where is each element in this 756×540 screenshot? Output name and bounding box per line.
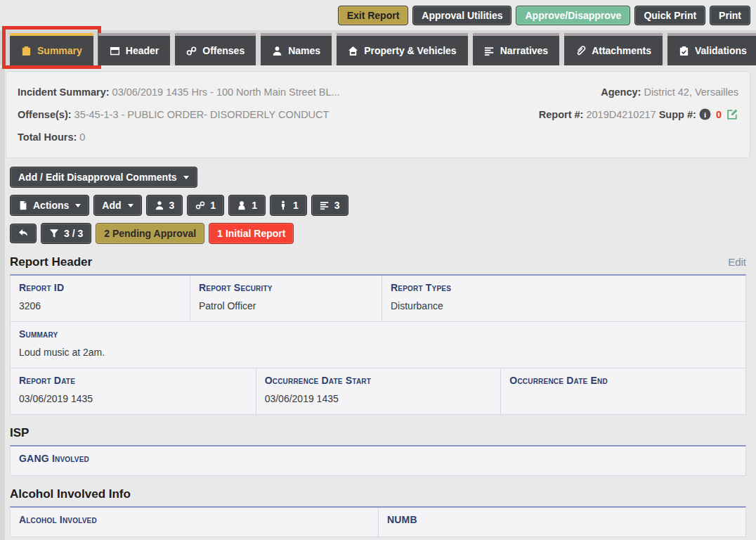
names-count-button[interactable]: 3 xyxy=(146,195,183,216)
field-occurrence-date-end: Occurrence Date End xyxy=(500,368,745,414)
person-bust-icon xyxy=(237,200,247,210)
tab-attachments[interactable]: Attachments xyxy=(564,33,663,65)
tab-label: Summary xyxy=(37,45,82,56)
toolbar: Add / Edit Disapproval Comments Actions … xyxy=(0,167,756,244)
tab-label: Names xyxy=(288,45,320,56)
count-value: 1 xyxy=(293,200,299,211)
incident-summary-label: Incident Summary: xyxy=(18,86,110,98)
count-value: 1 xyxy=(252,200,257,211)
isp-table: GANG Involved xyxy=(10,445,746,476)
field-gang-involved: GANG Involved xyxy=(11,446,745,475)
alcohol-table: Alcohol Involved NUMB xyxy=(10,506,746,537)
exit-report-button[interactable]: Exit Report xyxy=(338,6,409,25)
tab-offenses[interactable]: Offenses xyxy=(175,33,256,65)
disapproval-comments-dropdown[interactable]: Add / Edit Disapproval Comments xyxy=(10,167,197,188)
count-value: 3 xyxy=(169,200,175,211)
tab-label: Header xyxy=(126,45,159,56)
add-dropdown[interactable]: Add xyxy=(93,195,141,216)
tab-names[interactable]: Names xyxy=(261,33,332,65)
section-title-report-header: Report Header xyxy=(10,255,92,269)
filter-button[interactable]: 3 / 3 xyxy=(41,223,91,244)
field-occurrence-date-start: Occurrence Date Start 03/06/2019 1435 xyxy=(256,368,501,414)
field-label: Report Security xyxy=(199,282,373,293)
agency-row: Agency: District 42, Versailles xyxy=(539,81,738,103)
narrative-lines-icon xyxy=(320,200,330,210)
tab-label: Attachments xyxy=(592,45,651,56)
user-icon xyxy=(155,200,164,210)
add-label: Add xyxy=(102,200,121,211)
count-value: 3 xyxy=(334,200,340,211)
incident-summary-panel: Incident Summary: 03/06/2019 1435 Hrs - … xyxy=(6,71,750,158)
person-bust-count-button[interactable]: 1 xyxy=(228,195,266,216)
report-number-row: Report #: 2019D4210217 Supp #: i 0 xyxy=(539,103,738,126)
edit-supp-icon[interactable] xyxy=(726,108,738,120)
supp-number-value: 0 xyxy=(714,109,724,120)
report-number-value: 2019D4210217 xyxy=(586,109,656,120)
edit-link[interactable]: Edit xyxy=(728,256,746,268)
reply-button[interactable] xyxy=(10,224,37,243)
initial-report-badge[interactable]: 1 Initial Report xyxy=(209,223,294,244)
field-label: Summary xyxy=(19,328,737,340)
section-title-isp: ISP xyxy=(10,426,29,440)
file-icon xyxy=(18,200,28,210)
field-value: Disturbance xyxy=(391,300,737,312)
report-content: Report Header Edit Report ID 3206 Report… xyxy=(0,255,756,540)
pending-approval-label: 2 Pending Approval xyxy=(104,228,196,239)
offenses-count-button[interactable]: 1 xyxy=(187,195,224,216)
house-icon xyxy=(348,46,358,56)
count-value: 1 xyxy=(210,200,216,211)
pending-approval-badge[interactable]: 2 Pending Approval xyxy=(96,223,204,244)
svg-text:i: i xyxy=(704,110,706,119)
print-button[interactable]: Print xyxy=(710,6,750,25)
tab-label: Property & Vehicles xyxy=(364,45,457,56)
total-hours-row: Total Hours: 0 xyxy=(18,126,340,148)
narrative-lines-icon xyxy=(484,46,495,56)
tab-header[interactable]: Header xyxy=(98,33,170,65)
tab-property-vehicles[interactable]: Property & Vehicles xyxy=(337,33,468,65)
person-standing-count-button[interactable]: 1 xyxy=(270,195,307,216)
action-bar: Exit Report Approval Utilities Approve/D… xyxy=(0,0,756,30)
handcuffs-icon xyxy=(186,46,197,56)
tab-validations[interactable]: Validations xyxy=(667,33,756,65)
reply-icon xyxy=(18,229,28,238)
field-value xyxy=(509,393,737,405)
offenses-label: Offense(s): xyxy=(18,109,72,120)
approval-utilities-button[interactable]: Approval Utilities xyxy=(412,6,511,25)
disapproval-comments-label: Add / Edit Disapproval Comments xyxy=(18,172,177,183)
tab-narratives[interactable]: Narratives xyxy=(473,33,560,65)
tab-bar: Summary Header Offenses Names Property &… xyxy=(0,30,756,65)
handcuffs-icon xyxy=(195,200,205,210)
info-icon[interactable]: i xyxy=(699,108,711,120)
tab-label: Narratives xyxy=(500,45,549,56)
field-report-security: Report Security Patrol Officer xyxy=(190,276,382,321)
field-label: GANG Involved xyxy=(19,453,737,464)
narratives-count-button[interactable]: 3 xyxy=(311,195,348,216)
agency-value: District 42, Versailles xyxy=(644,86,738,98)
filter-icon xyxy=(49,229,59,238)
person-icon xyxy=(272,46,282,56)
report-header-table: Report ID 3206 Report Security Patrol Of… xyxy=(10,274,746,415)
quick-print-button[interactable]: Quick Print xyxy=(634,6,705,25)
clipboard-check-icon xyxy=(679,46,689,56)
initial-report-label: 1 Initial Report xyxy=(217,228,285,239)
field-alcohol-involved: Alcohol Involved xyxy=(11,508,378,536)
field-label: Report Types xyxy=(391,282,737,293)
incident-summary-row: Incident Summary: 03/06/2019 1435 Hrs - … xyxy=(18,81,340,103)
tab-label: Offenses xyxy=(202,45,245,56)
section-title-alcohol: Alcohol Involved Info xyxy=(10,487,131,501)
field-value: Loud music at 2am. xyxy=(19,347,737,359)
field-label: Occurrence Date End xyxy=(509,375,737,386)
field-report-id: Report ID 3206 xyxy=(11,276,190,321)
chevron-down-icon xyxy=(128,204,133,207)
total-hours-value: 0 xyxy=(79,131,85,143)
offenses-value: 35-45-1-3 - PUBLIC ORDER- DISORDERLY CON… xyxy=(74,109,330,120)
report-number-label: Report #: xyxy=(539,109,584,120)
field-label: Occurrence Date Start xyxy=(265,375,493,386)
field-label: NUMB xyxy=(387,514,737,525)
actions-dropdown[interactable]: Actions xyxy=(10,195,89,216)
tab-summary[interactable]: Summary xyxy=(10,33,93,65)
approve-disapprove-button[interactable]: Approve/Disapprove xyxy=(516,6,630,25)
tab-label: Validations xyxy=(695,45,747,56)
field-value: 3206 xyxy=(19,300,181,312)
field-summary: Summary Loud music at 2am. xyxy=(11,322,745,368)
